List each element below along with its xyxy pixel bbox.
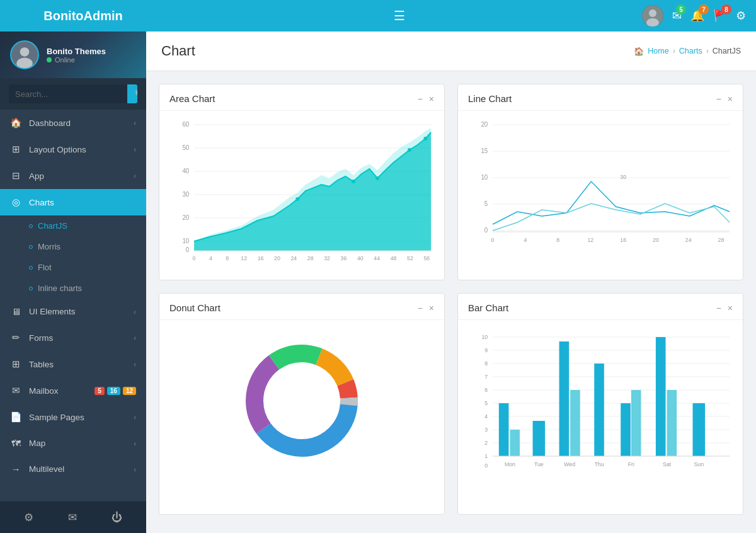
donut-close[interactable]: × xyxy=(429,303,434,313)
arrow-icon: ‹ xyxy=(134,334,136,341)
brand: BonitoAdmin xyxy=(10,9,156,23)
sidebar-item-charts[interactable]: ◎ Charts ⌄ xyxy=(0,189,146,215)
map-icon: 🗺 xyxy=(10,438,21,449)
svg-text:24: 24 xyxy=(290,255,297,261)
svg-text:12: 12 xyxy=(587,237,593,243)
svg-point-23 xyxy=(423,137,427,140)
search-input[interactable] xyxy=(9,84,127,103)
line-close[interactable]: × xyxy=(728,94,733,104)
footer-mail-icon[interactable]: ✉ xyxy=(68,511,77,524)
svg-text:6: 6 xyxy=(484,387,488,393)
svg-text:4: 4 xyxy=(484,413,488,420)
svg-text:0: 0 xyxy=(186,246,190,253)
page-header: Chart 🏠 Home › Charts › ChartJS xyxy=(146,32,756,71)
svg-rect-95 xyxy=(631,390,641,456)
flag-badge: 8 xyxy=(721,4,731,14)
sidebar-item-app[interactable]: ⊟ App ‹ xyxy=(0,163,146,189)
svg-text:0: 0 xyxy=(484,462,488,469)
line-chart-svg: 20 15 10 5 0 0 4 8 xyxy=(468,118,733,270)
submenu-item-chartjs[interactable]: ChartJS xyxy=(0,215,146,236)
svg-text:5: 5 xyxy=(484,200,488,207)
svg-rect-97 xyxy=(667,390,677,456)
app-icon: ⊟ xyxy=(10,170,21,181)
svg-text:0: 0 xyxy=(193,255,196,261)
bar-close[interactable]: × xyxy=(728,303,733,313)
donut-minimize[interactable]: − xyxy=(418,303,423,313)
svg-text:15: 15 xyxy=(481,147,488,154)
svg-rect-96 xyxy=(656,337,666,456)
sidebar-item-label: Dashboard xyxy=(29,118,126,128)
area-minimize[interactable]: − xyxy=(418,94,423,104)
settings-nav-icon[interactable]: ⚙ xyxy=(736,9,746,23)
submenu-dot xyxy=(29,245,33,249)
svg-point-1 xyxy=(649,9,656,17)
user-avatar-top[interactable] xyxy=(642,5,663,26)
svg-point-20 xyxy=(352,180,355,183)
hamburger-icon[interactable]: ☰ xyxy=(394,8,405,23)
svg-text:24: 24 xyxy=(685,237,692,243)
svg-text:32: 32 xyxy=(324,255,330,261)
flag-nav-icon[interactable]: 🚩 8 xyxy=(713,9,727,23)
area-chart-svg: 60 50 40 30 20 10 0 xyxy=(169,118,434,270)
bar-chart-svg: 10 9 8 7 6 5 4 3 2 1 0 xyxy=(468,328,733,504)
main-content: Chart 🏠 Home › Charts › ChartJS Area Cha… xyxy=(146,32,756,533)
status-text: Online xyxy=(55,56,75,64)
sidebar-item-ui-elements[interactable]: 🖥 UI Elements ‹ xyxy=(0,299,146,324)
arrow-icon: ‹ xyxy=(134,466,136,473)
svg-text:Wed: Wed xyxy=(564,461,575,467)
svg-text:4: 4 xyxy=(209,255,212,261)
footer-gear-icon[interactable]: ⚙ xyxy=(24,511,33,524)
bar-chart-card: Bar Chart − × xyxy=(457,293,743,515)
svg-text:28: 28 xyxy=(307,255,314,261)
status-dot xyxy=(47,57,52,62)
svg-text:4: 4 xyxy=(524,237,527,243)
line-chart-actions: − × xyxy=(716,94,733,104)
bar-minimize[interactable]: − xyxy=(716,303,721,313)
svg-text:0: 0 xyxy=(491,237,495,243)
breadcrumb: 🏠 Home › Charts › ChartJS xyxy=(634,47,741,56)
donut-chart-title: Donut Chart xyxy=(169,302,220,313)
svg-text:20: 20 xyxy=(274,255,280,261)
svg-text:40: 40 xyxy=(182,168,189,175)
mail-nav-icon[interactable]: ✉ 5 xyxy=(672,9,682,23)
area-chart-header: Area Chart − × xyxy=(159,84,444,111)
svg-text:8: 8 xyxy=(226,255,229,261)
svg-text:Mon: Mon xyxy=(505,461,515,467)
svg-text:Thu: Thu xyxy=(594,461,604,467)
sidebar-item-dashboard[interactable]: 🏠 Dashboard ‹ xyxy=(0,110,146,136)
line-minimize[interactable]: − xyxy=(716,94,721,104)
sidebar-item-multilevel[interactable]: → Multilevel ‹ xyxy=(0,456,146,482)
svg-point-5 xyxy=(16,58,33,69)
donut-chart-svg xyxy=(232,331,371,470)
breadcrumb-home[interactable]: Home xyxy=(648,47,668,55)
breadcrumb-charts[interactable]: Charts xyxy=(679,47,702,55)
area-close[interactable]: × xyxy=(429,94,434,104)
sidebar-item-map[interactable]: 🗺 Map ‹ xyxy=(0,430,146,456)
line-chart-title: Line Chart xyxy=(468,93,512,104)
charts-grid: Area Chart − × xyxy=(146,71,756,527)
sidebar-item-forms[interactable]: ✏ Forms ‹ xyxy=(0,324,146,351)
submenu-item-morris[interactable]: Morris xyxy=(0,236,146,257)
line-chart-header: Line Chart − × xyxy=(458,84,743,111)
footer-power-icon[interactable]: ⏻ xyxy=(112,512,122,524)
svg-point-21 xyxy=(375,176,379,180)
sidebar-item-label: Mailbox xyxy=(29,386,87,396)
submenu-item-flot[interactable]: Flot xyxy=(0,257,146,278)
submenu-item-inline-charts[interactable]: Inline charts xyxy=(0,278,146,299)
svg-rect-88 xyxy=(499,403,509,456)
sidebar-item-sample-pages[interactable]: 📄 Sample Pages ‹ xyxy=(0,404,146,430)
svg-text:48: 48 xyxy=(391,255,397,261)
mailbox-badges: 5 16 12 xyxy=(94,387,136,395)
bell-nav-icon[interactable]: 🔔 7 xyxy=(690,9,704,23)
svg-rect-90 xyxy=(533,421,546,456)
sidebar-item-tables[interactable]: ⊞ Tables ‹ xyxy=(0,351,146,377)
bar-chart-title: Bar Chart xyxy=(468,302,508,313)
svg-rect-93 xyxy=(594,364,604,456)
sidebar-item-mailbox[interactable]: ✉ Mailbox 5 16 12 xyxy=(0,377,146,404)
line-chart-body: 20 15 10 5 0 0 4 8 xyxy=(458,111,743,280)
search-button[interactable]: 🔍 xyxy=(127,84,137,103)
svg-text:2: 2 xyxy=(484,440,488,446)
bar-chart-body: 10 9 8 7 6 5 4 3 2 1 0 xyxy=(458,320,743,514)
mailbox-badge-2: 16 xyxy=(107,387,120,395)
sidebar-item-layout[interactable]: ⊞ Layout Options ‹ xyxy=(0,136,146,163)
